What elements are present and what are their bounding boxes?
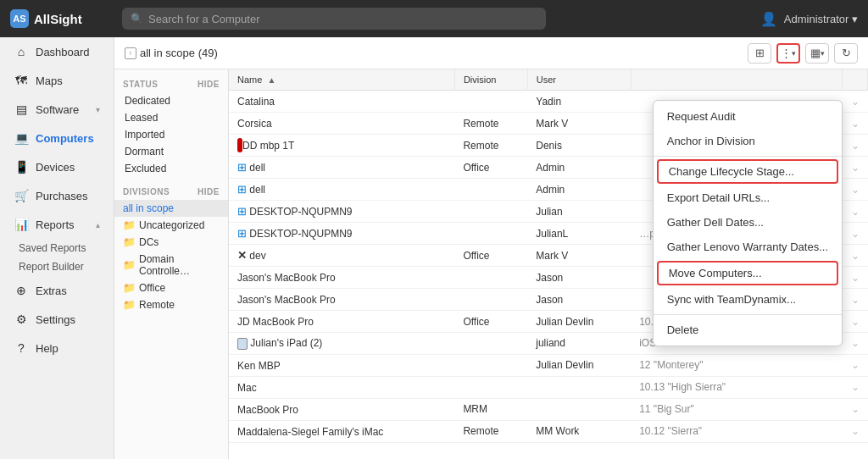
cell-expand[interactable]: ⌄ (843, 245, 868, 267)
cell-expand[interactable]: ⌄ (843, 354, 868, 376)
division-dcs[interactable]: 📁 DCs (114, 234, 228, 251)
sidebar-label-purchases: Purchases (36, 190, 87, 202)
status-hide-link[interactable]: HIDE (198, 80, 220, 89)
sidebar-item-devices[interactable]: 📱 Devices (3, 153, 110, 180)
menu-item-delete[interactable]: Delete (654, 318, 842, 342)
filter-excluded[interactable]: Excluded (114, 160, 228, 177)
division-domain-controller[interactable]: 📁 Domain Controlle… (114, 251, 228, 279)
cell-expand[interactable]: ⌄ (843, 179, 868, 201)
menu-item-export-urls[interactable]: Export Detail URLs... (654, 185, 842, 210)
cell-expand[interactable]: ⌄ (843, 398, 868, 420)
cell-expand[interactable]: ⌄ (843, 91, 868, 113)
columns-button[interactable]: ⊞ (748, 43, 771, 64)
division-all-in-scope[interactable]: all in scope (114, 200, 228, 217)
content-area: i all in scope (49) ⊞ ⋮▾ ▦▾ ↻ STATUS HID… (114, 37, 868, 459)
menu-item-sync-teamdynamix[interactable]: Sync with TeamDynamix... (654, 287, 842, 312)
sidebar-item-purchases[interactable]: 🛒 Purchases (3, 182, 110, 209)
cell-expand[interactable]: ⌄ (843, 223, 868, 245)
chart-button[interactable]: ▦▾ (805, 43, 829, 64)
division-office[interactable]: 📁 Office (114, 279, 228, 296)
menu-item-move-computers[interactable]: Move Computers... (657, 261, 838, 285)
cell-expand[interactable]: ⌄ (843, 267, 868, 289)
sidebar-label-computers: Computers (36, 132, 94, 145)
cell-detail: 11 "Big Sur" (631, 398, 842, 420)
division-uncategorized[interactable]: 📁 Uncategorized (114, 217, 228, 234)
cell-division: Remote (454, 113, 527, 135)
cell-expand[interactable]: ⌄ (843, 420, 868, 442)
sidebar-item-saved-reports[interactable]: Saved Reports (8, 239, 114, 257)
menu-item-gather-dell[interactable]: Gather Dell Dates... (654, 210, 842, 235)
menu-divider (654, 314, 842, 315)
search-bar[interactable]: 🔍 Search for a Computer (122, 8, 546, 30)
filter-leased[interactable]: Leased (114, 109, 228, 126)
more-button[interactable]: ⋮▾ (776, 43, 800, 64)
table-row[interactable]: Maddalena-Siegel Family's iMac Remote MM… (229, 420, 868, 442)
sidebar-item-extras[interactable]: ⊕ Extras (3, 277, 110, 304)
sidebar-item-software[interactable]: ▤ Software ▾ (3, 96, 110, 123)
status-section-header: STATUS HIDE (114, 76, 228, 92)
col-expand (843, 69, 868, 91)
filter-imported[interactable]: Imported (114, 126, 228, 143)
table-area: Name ▲ Division User Catalina Yadin ⌄ Co… (229, 69, 868, 459)
cell-expand[interactable]: ⌄ (843, 135, 868, 157)
cell-expand[interactable]: ⌄ (843, 333, 868, 355)
cell-user: Jason (527, 267, 631, 289)
division-remote[interactable]: 📁 Remote (114, 296, 228, 313)
refresh-button[interactable]: ↻ (834, 43, 858, 64)
cell-expand[interactable]: ⌄ (843, 311, 868, 333)
folder-icon: 📁 (123, 299, 136, 311)
division-label-office: Office (139, 282, 165, 294)
cell-expand[interactable]: ⌄ (843, 201, 868, 223)
cell-division: Office (454, 311, 527, 333)
filter-dedicated[interactable]: Dedicated (114, 92, 228, 109)
menu-item-anchor-division[interactable]: Anchor in Division (654, 129, 842, 153)
col-division[interactable]: Division (454, 69, 527, 91)
sidebar-label-help: Help (36, 342, 58, 355)
sidebar-item-maps[interactable]: 🗺 Maps (3, 67, 110, 94)
sidebar-item-report-builder[interactable]: Report Builder (8, 257, 114, 276)
user-label[interactable]: Administrator ▾ (784, 13, 858, 25)
divisions-hide-link[interactable]: HIDE (198, 187, 220, 196)
ipad-icon (237, 338, 248, 350)
cell-name: Julian's iPad (2) (229, 333, 454, 355)
folder-icon: 📁 (123, 219, 136, 231)
menu-item-gather-lenovo[interactable]: Gather Lenovo Warranty Dates... (654, 235, 842, 259)
cell-name: MacBook Pro (229, 398, 454, 420)
cell-user (527, 376, 631, 398)
menu-item-request-audit[interactable]: Request Audit (654, 104, 842, 129)
cell-division: Office (454, 157, 527, 179)
cell-division (454, 223, 527, 245)
sidebar-item-dashboard[interactable]: ⌂ Dashboard (3, 38, 110, 65)
cell-expand[interactable]: ⌄ (843, 376, 868, 398)
division-label-all: all in scope (123, 202, 174, 214)
sidebar-item-settings[interactable]: ⚙ Settings (3, 306, 110, 333)
cell-expand[interactable]: ⌄ (843, 113, 868, 135)
sidebar-item-help[interactable]: ? Help (3, 335, 110, 362)
extras-icon: ⊕ (14, 284, 29, 297)
cell-user (527, 398, 631, 420)
cell-expand[interactable]: ⌄ (843, 289, 868, 311)
cell-expand[interactable]: ⌄ (843, 157, 868, 179)
cell-division (454, 289, 527, 311)
sidebar-label-report-builder: Report Builder (19, 261, 84, 273)
sidebar-item-computers[interactable]: 💻 Computers (3, 124, 110, 152)
table-row[interactable]: Ken MBP Julian Devlin 12 "Monterey" ⌄ (229, 354, 868, 376)
table-row[interactable]: MacBook Pro MRM 11 "Big Sur" ⌄ (229, 398, 868, 420)
sidebar-label-saved-reports: Saved Reports (19, 242, 86, 254)
col-detail (631, 69, 842, 91)
division-label-dc: Domain Controlle… (139, 253, 220, 277)
table-row[interactable]: Mac 10.13 "High Sierra" ⌄ (229, 376, 868, 398)
scope-badge: i all in scope (49) (125, 47, 218, 59)
col-name[interactable]: Name ▲ (229, 69, 454, 91)
windows-icon: ⊞ (237, 205, 247, 218)
scope-icon: i (125, 47, 136, 59)
cell-name: Catalina (229, 91, 454, 113)
sidebar-item-reports[interactable]: 📊 Reports ▴ (3, 211, 110, 238)
cell-division (454, 267, 527, 289)
filter-dormant[interactable]: Dormant (114, 143, 228, 160)
dropdown-menu[interactable]: Request AuditAnchor in DivisionChange Li… (653, 100, 843, 346)
menu-item-change-lifecycle[interactable]: Change Lifecycle Stage... (657, 159, 838, 184)
devices-icon: 📱 (14, 160, 29, 174)
col-user[interactable]: User (527, 69, 631, 91)
windows-icon: ⊞ (237, 161, 247, 174)
